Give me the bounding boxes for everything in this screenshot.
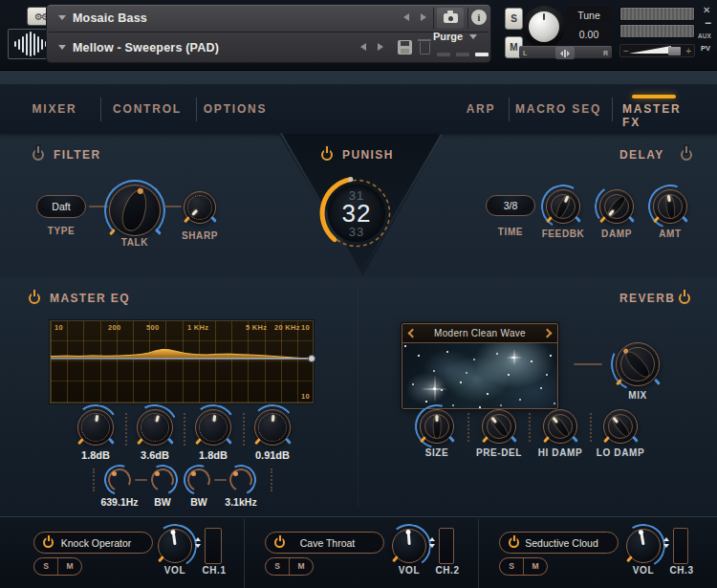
delay-amount-knob[interactable] [653, 189, 687, 224]
star-flare-small [513, 357, 515, 359]
channel2-power-icon[interactable] [274, 537, 285, 548]
star-flare [433, 387, 436, 390]
punish-knob[interactable]: 31 32 33 [321, 178, 392, 249]
tab-master-fx[interactable]: MASTER FX [622, 102, 685, 129]
solo-button[interactable]: S [505, 8, 523, 30]
delay-damp-knob[interactable] [599, 189, 634, 224]
channel2-volume-knob[interactable] [392, 529, 426, 563]
channel3-solo-button[interactable]: S [500, 558, 523, 575]
channel1-select-button[interactable]: Knock Operator [33, 532, 153, 554]
volume-handle[interactable] [668, 47, 681, 55]
purge-menu[interactable]: Purge [433, 31, 463, 42]
eq-band2-gain-knob[interactable] [137, 409, 173, 446]
reverb-predelay-knob[interactable] [482, 409, 516, 444]
channel3-volume-stepper[interactable] [663, 537, 669, 548]
channel2-meter [439, 528, 454, 564]
reverb-preset-box: Modern Clean Wave [402, 323, 558, 409]
channel1-volume-stepper[interactable] [195, 537, 201, 548]
channel3-select-button[interactable]: Seductive Cloud [499, 532, 619, 554]
info-button[interactable] [471, 10, 487, 25]
reverb-preset-name[interactable]: Modern Clean Wave [402, 324, 557, 343]
reverb-title: REVERB [619, 292, 675, 305]
punish-power-icon[interactable] [321, 149, 333, 161]
chevron-down-icon[interactable] [469, 34, 477, 39]
delay-feedback-knob[interactable] [546, 189, 580, 224]
reverb-size-knob[interactable] [420, 409, 454, 444]
delay-title: DELAY [619, 148, 664, 162]
channel2-select-button[interactable]: Cave Throat [265, 532, 384, 554]
instrument-name[interactable]: Mosaic Bass [73, 11, 147, 25]
save-icon[interactable] [398, 40, 412, 54]
prev-instrument-icon[interactable] [403, 13, 409, 21]
pan-slider[interactable]: L R [519, 46, 612, 58]
tab-mixer[interactable]: MIXER [32, 102, 76, 116]
eq-freq1-knob[interactable] [107, 468, 132, 492]
channel3-power-icon[interactable] [509, 537, 519, 548]
snapshot-camera-button[interactable] [437, 8, 464, 29]
eq-gain-handle[interactable] [308, 355, 315, 362]
tab-control[interactable]: CONTROL [113, 102, 182, 116]
channel2-mute-button[interactable]: M [289, 558, 313, 575]
eq-band2-gain-value: 3.6dB [141, 449, 169, 461]
eq-graph[interactable]: 10 200 500 1 KHz 5 KHz 20 KHz 10 10 [50, 320, 314, 403]
prev-preset-icon[interactable] [360, 43, 366, 51]
delay-time-dropdown[interactable]: 3/8 [486, 195, 535, 216]
eq-bw2-knob[interactable] [186, 468, 211, 492]
delay-power-icon[interactable] [681, 149, 692, 161]
channel3-vol-label: VOL [633, 565, 654, 576]
channel1-solo-button[interactable]: S [34, 558, 57, 575]
reverb-preset-image [402, 343, 557, 408]
talk-knob[interactable] [109, 185, 161, 236]
channel1-volume-knob[interactable] [158, 529, 192, 563]
level-meter-right [619, 24, 695, 38]
tab-options[interactable]: OPTIONS [204, 102, 268, 116]
channel2-solo-button[interactable]: S [266, 558, 289, 575]
reverb-lodamp-knob[interactable] [603, 409, 638, 444]
camera-icon [444, 13, 458, 23]
minimize-icon[interactable]: − [705, 16, 711, 30]
filter-type-dropdown[interactable]: Daft [36, 195, 86, 218]
preset-name[interactable]: Mellow - Sweepers (PAD) [73, 41, 219, 54]
next-preset-icon[interactable] [378, 43, 383, 51]
eq-band4-gain-value: 0.91dB [255, 449, 290, 461]
delete-icon[interactable] [420, 42, 430, 54]
channel3-volume-knob[interactable] [626, 529, 661, 563]
reverb-hidamp-knob[interactable] [543, 409, 577, 444]
tune-label: Tune [566, 7, 612, 23]
eq-freq2-knob[interactable] [228, 468, 253, 492]
tab-macro-seq[interactable]: MACRO SEQ [515, 102, 601, 116]
filter-power-icon[interactable] [33, 149, 44, 161]
output-volume-slider[interactable]: − + [619, 44, 695, 57]
channel1-vol-label: VOL [164, 565, 185, 576]
tune-knob[interactable] [529, 11, 559, 42]
eq-band1-gain-knob[interactable] [77, 409, 114, 446]
eq-band4-gain-knob[interactable] [254, 409, 291, 446]
channel1-ch-label: CH.1 [202, 565, 226, 576]
tab-arp[interactable]: ARP [467, 102, 496, 116]
eq-freq2-value: 3.1kHz [225, 496, 256, 508]
reverb-power-icon[interactable] [679, 293, 690, 304]
tune-value[interactable]: 0.00 [566, 26, 612, 42]
tab-bar [0, 84, 717, 134]
active-tab-indicator [632, 95, 676, 98]
reverb-mix-knob[interactable] [616, 342, 660, 386]
punish-value: 32 [342, 202, 372, 226]
punish-title: PUNISH [342, 148, 394, 162]
chevron-down-icon[interactable] [58, 45, 66, 50]
master-eq-title: MASTER EQ [50, 292, 130, 305]
next-instrument-icon[interactable] [421, 13, 426, 21]
eq-bw1-knob[interactable] [150, 468, 175, 492]
aux-button[interactable]: AUX [698, 33, 711, 39]
pv-button[interactable]: PV [701, 44, 710, 53]
master-eq-power-icon[interactable] [29, 293, 40, 304]
eq-band3-gain-value: 1.8dB [199, 449, 228, 461]
close-icon[interactable]: ✕ [703, 5, 710, 15]
channel1-power-icon[interactable] [43, 537, 54, 548]
channel3-mute-button[interactable]: M [523, 558, 547, 575]
channel2-volume-stepper[interactable] [429, 537, 435, 548]
chevron-down-icon[interactable] [58, 15, 66, 20]
sharp-knob[interactable] [184, 191, 216, 224]
pan-handle[interactable] [555, 47, 575, 59]
eq-band3-gain-knob[interactable] [195, 409, 231, 446]
channel1-mute-button[interactable]: M [57, 558, 81, 575]
